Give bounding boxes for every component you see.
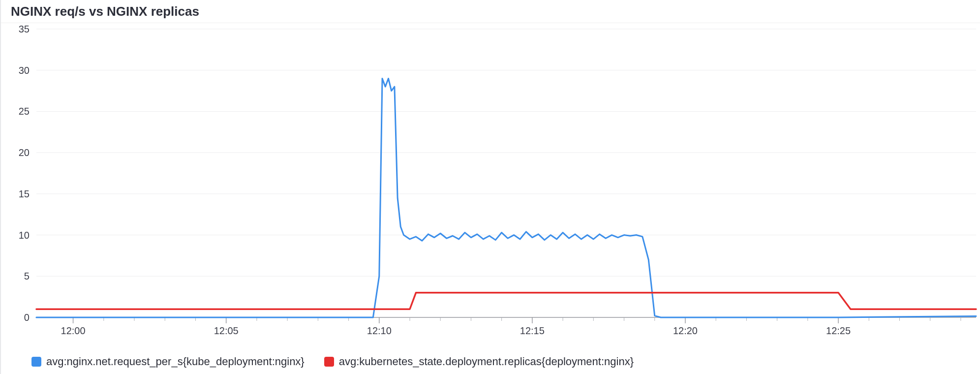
svg-text:35: 35	[19, 24, 30, 34]
legend: avg:nginx.net.request_per_s{kube_deploym…	[31, 355, 634, 368]
svg-text:0: 0	[24, 312, 30, 323]
chart-svg: 05101520253035 12:0012:0512:1012:1512:20…	[1, 23, 980, 345]
chart-title: NGINX req/s vs NGINX replicas	[11, 4, 199, 19]
svg-text:12:20: 12:20	[673, 325, 698, 336]
svg-text:12:05: 12:05	[214, 325, 239, 336]
chart-panel: NGINX req/s vs NGINX replicas 0510152025…	[0, 0, 980, 374]
svg-text:12:00: 12:00	[61, 325, 86, 336]
legend-swatch-blue	[31, 357, 41, 367]
chart-area[interactable]: 05101520253035 12:0012:0512:1012:1512:20…	[1, 23, 980, 345]
svg-text:25: 25	[19, 106, 30, 117]
title-bar: NGINX req/s vs NGINX replicas	[1, 0, 980, 23]
legend-swatch-red	[324, 357, 334, 367]
svg-text:12:10: 12:10	[367, 325, 392, 336]
svg-text:20: 20	[19, 147, 30, 158]
legend-label-series2: avg:kubernetes_state.deployment.replicas…	[339, 355, 634, 368]
svg-text:12:25: 12:25	[826, 325, 851, 336]
svg-text:30: 30	[19, 65, 30, 76]
legend-item-series1[interactable]: avg:nginx.net.request_per_s{kube_deploym…	[31, 355, 305, 368]
svg-text:12:15: 12:15	[520, 325, 545, 336]
svg-text:10: 10	[19, 230, 30, 241]
legend-item-series2[interactable]: avg:kubernetes_state.deployment.replicas…	[324, 355, 634, 368]
svg-text:15: 15	[19, 188, 30, 199]
legend-label-series1: avg:nginx.net.request_per_s{kube_deploym…	[46, 355, 305, 368]
svg-text:5: 5	[24, 271, 30, 281]
